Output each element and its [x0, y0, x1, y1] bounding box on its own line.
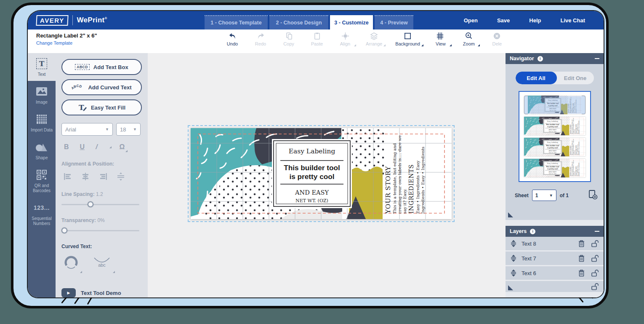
- layer-drag-icon[interactable]: [510, 269, 517, 277]
- abcd-box-icon: ABCD: [75, 64, 90, 70]
- change-template-link[interactable]: Change Template: [36, 40, 97, 46]
- sidebar-item-text[interactable]: T Text: [28, 53, 56, 81]
- add-curved-text-button[interactable]: ABCD Add Curved Text: [61, 79, 142, 95]
- sidebar-item-sequential-numbers[interactable]: 123... Sequential Numbers: [28, 197, 56, 230]
- label-thumbnail-1[interactable]: [524, 96, 585, 114]
- view-button[interactable]: View: [433, 32, 451, 46]
- bold-button[interactable]: B: [64, 143, 69, 151]
- line-spacing-label: Line Spacing: 1.2: [61, 191, 142, 197]
- edit-all-button[interactable]: Edit All: [516, 72, 557, 84]
- save-button[interactable]: Save: [497, 17, 510, 24]
- trash-icon[interactable]: [578, 254, 585, 262]
- font-size-select[interactable]: 18▼: [116, 123, 141, 136]
- curved-text-label: Curved Text:: [61, 244, 142, 249]
- font-family-select[interactable]: Arial▼: [61, 123, 113, 136]
- delete-button[interactable]: Dele: [490, 32, 507, 46]
- sidebar-item-shape[interactable]: Shape: [28, 137, 56, 164]
- layer-row-text6[interactable]: Text 6: [506, 266, 604, 280]
- unlock-icon[interactable]: [591, 269, 599, 277]
- tab-customize[interactable]: 3 - Customize: [330, 15, 373, 29]
- dropdown-corner-icon: [125, 150, 128, 152]
- sidebar-item-qr-barcodes[interactable]: QR and Barcodes: [28, 164, 56, 197]
- sheet-of-label: of 1: [560, 193, 569, 198]
- shape-icon: [35, 142, 48, 152]
- arrange-button[interactable]: Arrange: [366, 32, 385, 46]
- label-thumbnail-2[interactable]: [524, 117, 585, 135]
- alignment-label: Alignment & Position:: [61, 161, 142, 167]
- tab-preview[interactable]: 4 - Preview: [375, 15, 413, 29]
- edit-one-button[interactable]: Edit One: [557, 72, 594, 84]
- info-icon[interactable]: i: [538, 56, 543, 62]
- qr-code-icon: [37, 170, 47, 180]
- unlock-icon[interactable]: [591, 240, 599, 247]
- redo-button[interactable]: Redo: [253, 32, 271, 46]
- layer-drag-icon[interactable]: [510, 254, 517, 262]
- step-tabs: 1 - Choose Template 2 - Choose Design 3 …: [205, 15, 413, 29]
- dropdown-corner-icon: [354, 44, 356, 46]
- trash-icon[interactable]: [578, 240, 585, 247]
- transparency-slider[interactable]: [61, 228, 142, 233]
- svg-text:ABCD: ABCD: [72, 84, 82, 90]
- layer-name: Text 8: [522, 241, 536, 247]
- slider-thumb[interactable]: [88, 201, 93, 207]
- chevron-down-icon: ▼: [549, 193, 553, 198]
- live-chat-button[interactable]: Live Chat: [560, 17, 585, 24]
- brand-divider: [72, 15, 73, 25]
- curve-circle-icon: [64, 255, 78, 270]
- panel-resize-handle[interactable]: [508, 212, 513, 217]
- curve-abc-button[interactable]: abc: [93, 255, 111, 271]
- align-right-icon[interactable]: [98, 172, 108, 181]
- dropdown-corner-icon: [421, 44, 423, 46]
- collapse-minus-icon[interactable]: [595, 58, 599, 59]
- unlock-icon[interactable]: [591, 254, 599, 262]
- italic-button[interactable]: /: [96, 143, 97, 151]
- chevron-down-icon: ▼: [105, 127, 109, 131]
- align-left-icon[interactable]: [63, 172, 72, 181]
- curve-circle-button[interactable]: [64, 255, 78, 271]
- easy-text-fill-button[interactable]: T Easy Text Fill: [61, 99, 142, 115]
- edit-mode-toggle: Edit All Edit One: [516, 72, 594, 84]
- add-sheet-button[interactable]: [588, 190, 598, 201]
- layer-row-text7[interactable]: Text 7: [506, 252, 604, 265]
- slider-thumb[interactable]: [61, 228, 67, 233]
- template-info: Rectangle Label 2" x 6" Change Template: [36, 32, 97, 46]
- import-data-icon: [36, 114, 47, 124]
- special-character-button[interactable]: Ω: [120, 143, 125, 151]
- open-button[interactable]: Open: [464, 17, 478, 24]
- zoom-icon: [465, 32, 473, 40]
- align-center-icon[interactable]: [81, 172, 90, 181]
- layer-row-text8[interactable]: Text 8: [506, 237, 604, 250]
- tab-choose-template[interactable]: 1 - Choose Template: [205, 15, 268, 29]
- sidebar-item-import-data[interactable]: Import Data: [28, 109, 56, 137]
- undo-button[interactable]: Undo: [225, 32, 242, 46]
- background-button[interactable]: Background: [395, 32, 423, 46]
- tab-choose-design[interactable]: 2 - Choose Design: [269, 15, 328, 29]
- label-thumbnail-3[interactable]: [524, 138, 585, 156]
- unlock-icon[interactable]: [591, 283, 599, 290]
- zoom-button[interactable]: Zoom: [461, 32, 479, 46]
- label-thumbnail-4[interactable]: [524, 159, 585, 177]
- add-text-box-button[interactable]: ABCD Add Text Box: [61, 59, 142, 75]
- sheet-select[interactable]: 1▼: [532, 190, 556, 201]
- dropdown-corner-icon: [113, 271, 115, 273]
- layer-drag-icon[interactable]: [510, 240, 517, 247]
- design-canvas[interactable]: [148, 53, 506, 297]
- align-button[interactable]: Align: [338, 32, 355, 46]
- align-vertical-center-icon[interactable]: [116, 172, 125, 181]
- paste-button[interactable]: Paste: [309, 32, 327, 46]
- label-design[interactable]: [191, 128, 452, 219]
- info-icon[interactable]: i: [530, 229, 535, 234]
- underline-button[interactable]: U: [80, 143, 85, 151]
- copy-button[interactable]: Copy: [281, 32, 299, 46]
- curved-abcd-icon: ABCD: [72, 83, 84, 91]
- panel-resize-handle[interactable]: [508, 285, 513, 290]
- app-header: AVERY WePrint® 1 - Choose Template 2 - C…: [28, 11, 604, 29]
- edit-toolbar: Rectangle Label 2" x 6" Change Template …: [28, 29, 604, 53]
- line-spacing-slider[interactable]: [61, 201, 142, 207]
- trash-icon[interactable]: [578, 269, 585, 277]
- help-button[interactable]: Help: [529, 17, 541, 24]
- sidebar-item-image[interactable]: Image: [28, 81, 56, 109]
- layers-header: Layers i: [506, 226, 604, 237]
- text-tool-demo-button[interactable]: ▶ Text Tool Demo: [61, 288, 142, 297]
- collapse-minus-icon[interactable]: [595, 231, 599, 232]
